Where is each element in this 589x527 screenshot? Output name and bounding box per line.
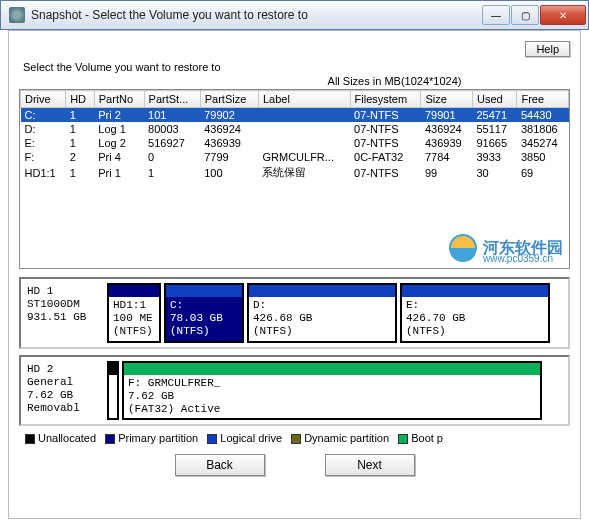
disk-row-hd2: HD 2 General 7.62 GB Removabl F: GRMCULF… (19, 355, 570, 427)
disk-info-hd2: HD 2 General 7.62 GB Removabl (25, 361, 103, 421)
minimize-button[interactable]: — (482, 5, 510, 25)
disk-info-hd1: HD 1 ST1000DM 931.51 GB (25, 283, 103, 343)
nav-buttons: Back Next (19, 454, 570, 476)
table-row[interactable]: C:1Pri 21017990207-NTFS799012547154430 (21, 108, 569, 123)
title-bar: Snapshot - Select the Volume you want to… (0, 0, 589, 30)
window-buttons: — ▢ ✕ (481, 5, 586, 25)
partition[interactable]: C:78.03 GB(NTFS) (164, 283, 244, 343)
col-partno[interactable]: PartNo (94, 91, 144, 108)
swatch-dynamic (291, 434, 301, 444)
app-icon (9, 7, 25, 23)
col-label[interactable]: Label (258, 91, 350, 108)
swatch-unallocated (25, 434, 35, 444)
col-drive[interactable]: Drive (21, 91, 66, 108)
col-used[interactable]: Used (472, 91, 516, 108)
col-filesystem[interactable]: Filesystem (350, 91, 421, 108)
disk-map: HD 1 ST1000DM 931.51 GB HD1:1100 ME(NTFS… (19, 277, 570, 426)
col-partsize[interactable]: PartSize (200, 91, 258, 108)
dialog-body: Help Select the Volume you want to resto… (8, 30, 581, 519)
partition[interactable]: F: GRMCULFRER_7.62 GB(FAT32) Active (122, 361, 542, 421)
next-button[interactable]: Next (325, 454, 415, 476)
disk-row-hd1: HD 1 ST1000DM 931.51 GB HD1:1100 ME(NTFS… (19, 277, 570, 349)
close-button[interactable]: ✕ (540, 5, 586, 25)
partition[interactable]: E:426.70 GB(NTFS) (400, 283, 550, 343)
instruction-text: Select the Volume you want to restore to (23, 61, 570, 73)
partition[interactable]: HD1:1100 ME(NTFS) (107, 283, 161, 343)
swatch-primary (105, 434, 115, 444)
col-hd[interactable]: HD (66, 91, 95, 108)
table-row[interactable]: HD1:11Pri 11100系统保留07-NTFS993069 (21, 164, 569, 181)
watermark: 河东软件园 www.pc0359.cn (449, 234, 563, 262)
table-row[interactable]: F:2Pri 407799GRMCULFR...0C-FAT3277843933… (21, 150, 569, 164)
col-size[interactable]: Size (421, 91, 473, 108)
legend: Unallocated Primary partition Logical dr… (19, 432, 570, 444)
swatch-boot (398, 434, 408, 444)
table-row[interactable]: E:1Log 251692743693907-NTFS4369399166534… (21, 136, 569, 150)
sizes-note: All Sizes in MB(1024*1024) (19, 75, 570, 87)
swatch-logical (207, 434, 217, 444)
col-partst[interactable]: PartSt... (144, 91, 200, 108)
help-button[interactable]: Help (525, 41, 570, 57)
volume-table[interactable]: DriveHDPartNoPartSt...PartSizeLabelFiles… (19, 89, 570, 269)
window-title: Snapshot - Select the Volume you want to… (31, 8, 481, 22)
watermark-icon (449, 234, 477, 262)
back-button[interactable]: Back (175, 454, 265, 476)
watermark-url: www.pc0359.cn (483, 253, 553, 264)
partition[interactable]: D:426.68 GB(NTFS) (247, 283, 397, 343)
col-free[interactable]: Free (517, 91, 569, 108)
maximize-button[interactable]: ▢ (511, 5, 539, 25)
table-row[interactable]: D:1Log 18000343692407-NTFS43692455117381… (21, 122, 569, 136)
partition[interactable] (107, 361, 119, 421)
